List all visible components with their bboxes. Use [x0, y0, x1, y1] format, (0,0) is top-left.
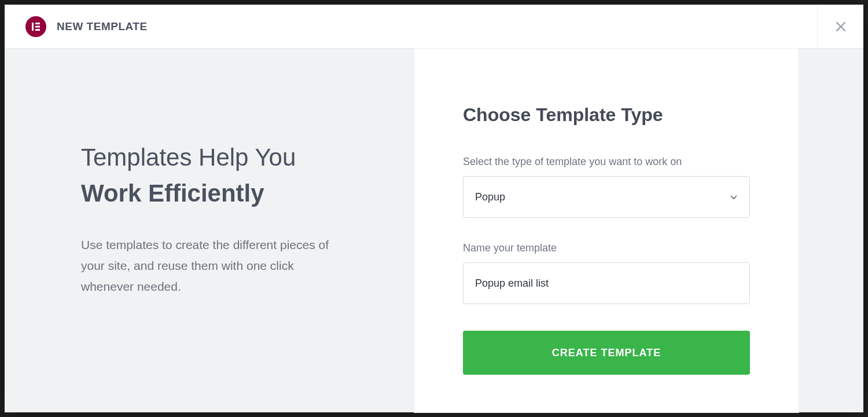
svg-rect-3 — [35, 29, 40, 31]
form-title: Choose Template Type — [463, 104, 750, 126]
template-type-select-wrap: Popup — [463, 176, 750, 218]
close-area — [817, 5, 863, 48]
template-type-select[interactable]: Popup — [463, 176, 750, 218]
elementor-icon — [25, 16, 46, 37]
create-template-button[interactable]: CREATE TEMPLATE — [463, 331, 750, 375]
modal-body: Templates Help You Work Efficiently Use … — [5, 49, 863, 412]
svg-rect-0 — [32, 23, 34, 31]
template-form: Choose Template Type Select the type of … — [414, 49, 799, 412]
headline-line2: Work Efficiently — [81, 178, 380, 210]
close-icon — [834, 20, 847, 33]
template-name-label: Name your template — [463, 242, 750, 254]
modal-title: NEW TEMPLATE — [57, 20, 148, 33]
svg-rect-1 — [35, 23, 40, 24]
template-type-label: Select the type of template you want to … — [463, 156, 750, 168]
info-description: Use templates to create the different pi… — [81, 235, 347, 297]
svg-rect-2 — [35, 25, 40, 27]
template-name-input[interactable] — [463, 262, 750, 304]
info-pane: Templates Help You Work Efficiently Use … — [5, 49, 414, 412]
new-template-modal: NEW TEMPLATE Templates Help You Work Eff… — [5, 5, 863, 412]
modal-header: NEW TEMPLATE — [5, 5, 863, 49]
headline-line1: Templates Help You — [81, 141, 380, 174]
close-button[interactable] — [829, 15, 852, 38]
